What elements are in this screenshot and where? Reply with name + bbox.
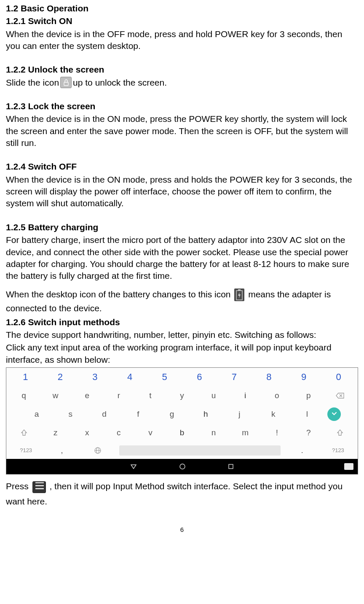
para-press: Press , then it will pop Input Method sw…	[6, 479, 358, 509]
key-o[interactable]: o	[261, 390, 293, 401]
key-j[interactable]: j	[222, 409, 256, 420]
heading-1-2-4: 1.2.4 Switch OFF	[6, 161, 358, 173]
key-8[interactable]: 8	[252, 371, 286, 383]
key-period[interactable]: .	[284, 445, 320, 456]
key-4[interactable]: 4	[112, 371, 147, 383]
heading-1-2-3: 1.2.3 Lock the screen	[6, 100, 358, 112]
text-press-post: , then it will pop Input Method switch i…	[6, 481, 343, 506]
text-unlock-pre: Slide the icon	[6, 77, 59, 89]
key-3[interactable]: 3	[78, 371, 112, 383]
key-s[interactable]: s	[54, 409, 87, 420]
para-input-1: The device support handwriting, number, …	[6, 329, 358, 341]
enter-key-icon[interactable]	[327, 407, 341, 421]
spacebar-key[interactable]	[119, 445, 281, 456]
text-unlock-post: up to unlock the screen.	[73, 77, 167, 89]
nav-recent-icon[interactable]	[228, 464, 234, 469]
key-l[interactable]: l	[290, 409, 324, 420]
key-5[interactable]: 5	[147, 371, 182, 383]
key-a[interactable]: a	[20, 409, 54, 420]
heading-1-2-5: 1.2.5 Battery charging	[6, 221, 358, 233]
key-6[interactable]: 6	[182, 371, 217, 383]
key-v[interactable]: v	[134, 427, 166, 438]
para-switch-on: When the device is in the OFF mode, pres…	[6, 28, 358, 52]
key-r[interactable]: r	[103, 390, 134, 401]
key-k[interactable]: k	[257, 409, 290, 420]
key-comma[interactable]: ,	[44, 445, 80, 456]
para-lock: When the device is in the ON mode, press…	[6, 113, 358, 149]
keyboard-row-4: ?123 , . ?123	[8, 442, 356, 459]
text-charging-pre: When the desktop icon of the battery cha…	[6, 289, 233, 299]
heading-1-2-2: 1.2.2 Unlock the screen	[6, 64, 358, 76]
key-t[interactable]: t	[134, 390, 166, 401]
key-d[interactable]: d	[87, 409, 121, 420]
keyboard-number-row: 1 2 3 4 5 6 7 8 9 0	[8, 368, 356, 386]
svg-rect-0	[64, 82, 68, 86]
para-charging-2: When the desktop icon of the battery cha…	[6, 287, 358, 315]
keyboard-row-3: z x c v b n m ! ?	[8, 423, 356, 442]
key-exclaim[interactable]: !	[261, 427, 293, 438]
key-e[interactable]: e	[71, 390, 103, 401]
shift-right-icon[interactable]	[324, 429, 356, 437]
key-u[interactable]: u	[198, 390, 230, 401]
heading-1-2: 1.2 Basic Operation	[6, 3, 358, 14]
para-unlock: Slide the icon up to unlock the screen.	[6, 77, 358, 89]
key-w[interactable]: w	[40, 390, 71, 401]
keyboard-row-2: a s d f g h j k l	[8, 405, 356, 423]
text-press-pre: Press	[6, 481, 29, 491]
key-q[interactable]: q	[8, 390, 40, 401]
key-x[interactable]: x	[71, 427, 103, 438]
key-n[interactable]: n	[198, 427, 230, 438]
key-g[interactable]: g	[155, 409, 189, 420]
input-switch-icon	[32, 481, 46, 493]
keyboard-screenshot: 1 2 3 4 5 6 7 8 9 0 q w e r t y u i o p	[6, 367, 358, 475]
key-z[interactable]: z	[40, 427, 71, 438]
key-1[interactable]: 1	[8, 371, 43, 383]
backspace-icon[interactable]	[324, 392, 356, 399]
key-h[interactable]: h	[189, 409, 222, 420]
svg-rect-7	[229, 464, 233, 469]
globe-icon[interactable]	[80, 447, 116, 454]
key-9[interactable]: 9	[286, 371, 321, 383]
nav-back-icon[interactable]	[130, 463, 137, 470]
svg-point-6	[180, 464, 185, 469]
page-number: 6	[6, 526, 358, 534]
heading-1-2-1: 1.2.1 Switch ON	[6, 15, 358, 27]
keyboard-row-1: q w e r t y u i o p	[8, 386, 356, 405]
key-m[interactable]: m	[230, 427, 261, 438]
key-f[interactable]: f	[121, 409, 155, 420]
key-p[interactable]: p	[293, 390, 324, 401]
para-input-2: Click any text input area of the working…	[6, 342, 358, 366]
para-switch-off: When the device is in the ON mode, press…	[6, 174, 358, 210]
keyboard-toggle-icon[interactable]	[344, 463, 353, 470]
nav-home-icon[interactable]	[179, 463, 186, 470]
key-c[interactable]: c	[103, 427, 134, 438]
key-question[interactable]: ?	[293, 427, 324, 438]
lock-icon	[60, 77, 72, 88]
key-sym-left[interactable]: ?123	[8, 447, 44, 454]
nav-bar	[6, 459, 358, 474]
key-sym-right[interactable]: ?123	[320, 447, 356, 454]
key-y[interactable]: y	[166, 390, 198, 401]
key-7[interactable]: 7	[217, 371, 252, 383]
para-charging-1: For battery charge, insert the micro por…	[6, 234, 358, 282]
key-0[interactable]: 0	[321, 371, 356, 383]
key-2[interactable]: 2	[43, 371, 78, 383]
key-b[interactable]: b	[166, 427, 198, 438]
shift-left-icon[interactable]	[8, 429, 40, 437]
key-i[interactable]: i	[230, 390, 261, 401]
heading-1-2-6: 1.2.6 Switch input methods	[6, 316, 358, 328]
battery-charging-icon	[234, 289, 244, 301]
